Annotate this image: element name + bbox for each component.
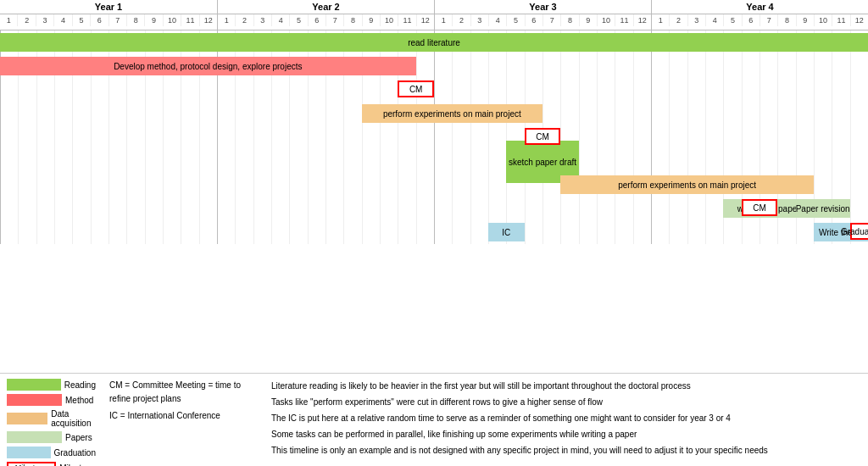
legend-label-papers: Papers [65,433,92,442]
legend-color-data-acq [7,413,47,424]
grid-line [705,31,706,244]
grid-line [850,31,851,244]
grid-line [687,31,688,244]
legend-item-data-acq: Data acquisition [7,409,96,428]
legend-item-milestone: MilestoneMilestone [7,462,96,466]
legend-label-reading: Reading [64,380,96,390]
grid-line [615,31,615,244]
grid-line [416,31,417,244]
legend-label-graduation: Graduation [54,448,96,458]
legend-color-milestone: Milestone [7,462,56,466]
legend-item-graduation: Graduation [7,447,96,458]
legend-item-papers: Papers [7,431,96,443]
grid-line [434,31,435,244]
legend-item-reading: Reading [7,379,96,391]
grid-line [579,31,580,244]
note-text: The IC is put here at a relative random … [271,411,861,425]
bottom-area: ReadingMethodData acquisitionPapersGradu… [0,373,868,466]
legend-color-method [7,394,62,406]
bar-ic: IC [488,223,525,241]
notes: Literature reading is likely to be heavi… [271,379,861,461]
note-text: Some tasks can be performed in parallel,… [271,427,861,441]
legend-label-milestone: Milestone [59,463,96,467]
legend-color-papers [7,431,62,443]
legend-item-method: Method [7,394,96,406]
grid-line [597,31,598,244]
grid-line [452,31,453,244]
grid-line [470,31,471,244]
gantt-chart: Year 1123456789101112Year 21234567891011… [0,0,868,244]
grid-line [633,31,634,244]
abbreviation-text: IC = International Conference [109,409,258,423]
grid-line [651,31,652,244]
note-text: Tasks like "perform experiments" were cu… [271,395,861,409]
gantt-wrapper: Year 1123456789101112Year 21234567891011… [0,0,868,373]
app-container: Year 1123456789101112Year 21234567891011… [0,0,868,466]
bar-graduation: Graduation [850,223,868,240]
grid-line [669,31,670,244]
gantt-header: Year 1123456789101112Year 21234567891011… [0,0,868,31]
note-text: Literature reading is likely to be heavi… [271,379,861,393]
bar-exp2: perform experiments on main project [560,175,814,194]
legend-label-method: Method [65,396,93,405]
legend-color-reading [7,379,61,391]
legend-color-graduation [7,447,51,458]
abbreviations: CM = Committee Meeting = time to refine … [109,379,258,461]
bar-cm3: CM [742,199,778,216]
grid-line [560,31,561,244]
abbreviation-text: CM = Committee Meeting = time to refine … [109,379,258,406]
bar-read-lit: read literature [0,33,868,52]
grid-line [488,31,489,244]
bar-paper-rev: Paper revision [796,199,850,218]
note-text: This timeline is only an example and is … [271,443,861,458]
legend-label-data-acq: Data acquisition [51,409,96,428]
legend: ReadingMethodData acquisitionPapersGradu… [7,379,96,461]
bar-exp1: perform experiments on main project [362,104,542,123]
bar-cm2: CM [525,128,561,145]
bar-cm1: CM [398,80,434,97]
grid-line [506,31,507,244]
bar-develop-method: Develop method, protocol design, explore… [0,57,416,75]
